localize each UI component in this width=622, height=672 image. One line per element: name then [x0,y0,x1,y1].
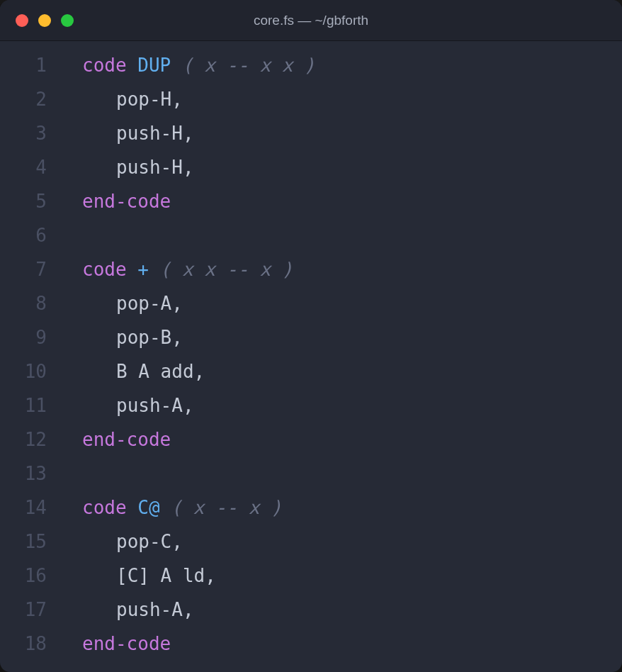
line-number: 3 [0,116,47,150]
token-name: + [137,259,149,280]
code-line[interactable]: code C@ ( x -- x ) [57,491,622,525]
line-number: 10 [0,354,47,388]
code-line[interactable]: end-code [57,184,622,218]
token-plain [127,55,138,76]
token-name: C@ [137,497,159,518]
token-plain: [C] A ld, [116,565,216,586]
line-number: 2 [0,82,47,116]
token-plain [127,259,138,280]
window-title: core.fs — ~/gbforth [254,13,368,28]
token-plain: pop-C, [116,531,183,552]
code-line[interactable]: [C] A ld, [57,559,622,593]
line-number: 12 [0,422,47,457]
code-line[interactable]: code + ( x x -- x ) [57,252,622,286]
code-line[interactable]: push-H, [57,150,622,184]
line-number: 17 [0,593,47,627]
editor-window: core.fs — ~/gbforth 12345678910111213141… [0,0,622,672]
line-number: 18 [0,627,47,661]
code-line[interactable] [57,457,622,491]
code-line[interactable]: pop-H, [57,82,622,116]
code-line[interactable]: push-A, [57,388,622,422]
minimize-button[interactable] [38,14,51,27]
code-line[interactable]: code DUP ( x -- x x ) [57,48,622,82]
token-keyword: code [82,55,127,76]
close-button[interactable] [16,14,28,27]
token-keyword: end-code [82,191,171,212]
line-number-gutter: 123456789101112131415161718 [0,48,57,672]
line-number: 9 [0,320,47,354]
token-keyword: code [82,497,127,518]
titlebar: core.fs — ~/gbforth [0,0,622,41]
line-number: 1 [0,48,47,82]
token-name: DUP [137,55,171,76]
token-plain: B A add, [116,361,205,382]
line-number: 15 [0,525,47,559]
token-plain: push-H, [116,123,194,144]
line-number: 4 [0,150,47,184]
code-line[interactable]: pop-B, [57,320,622,354]
line-number: 8 [0,286,47,320]
token-keyword: end-code [82,429,171,450]
code-line[interactable]: push-A, [57,593,622,627]
code-line[interactable]: end-code [57,422,622,457]
code-line[interactable]: end-code [57,627,622,661]
token-plain: pop-B, [116,327,183,348]
line-number: 11 [0,388,47,422]
token-plain: pop-H, [116,89,183,110]
token-plain [149,259,160,280]
code-content[interactable]: code DUP ( x -- x x )pop-H,push-H,push-H… [57,48,622,672]
line-number: 5 [0,184,47,218]
line-number: 7 [0,252,47,286]
code-line[interactable]: B A add, [57,354,622,388]
token-plain [160,497,171,518]
token-comment: ( x x -- x ) [160,259,293,280]
token-plain: push-H, [116,157,194,178]
line-number: 14 [0,491,47,525]
token-plain: pop-A, [116,293,183,314]
code-line[interactable] [57,218,622,252]
code-line[interactable]: pop-C, [57,525,622,559]
token-plain: push-A, [116,395,194,416]
token-keyword: end-code [82,633,171,654]
line-number: 13 [0,457,47,491]
token-keyword: code [82,259,127,280]
code-line[interactable]: pop-A, [57,286,622,320]
token-plain [171,55,182,76]
token-comment: ( x -- x x ) [182,55,315,76]
token-plain: push-A, [116,599,194,620]
token-comment: ( x -- x ) [171,497,282,518]
line-number: 16 [0,559,47,593]
traffic-lights [0,14,74,27]
token-plain [127,497,138,518]
editor-area[interactable]: 123456789101112131415161718 code DUP ( x… [0,41,622,672]
zoom-button[interactable] [61,14,74,27]
code-line[interactable]: push-H, [57,116,622,150]
line-number: 6 [0,218,47,252]
